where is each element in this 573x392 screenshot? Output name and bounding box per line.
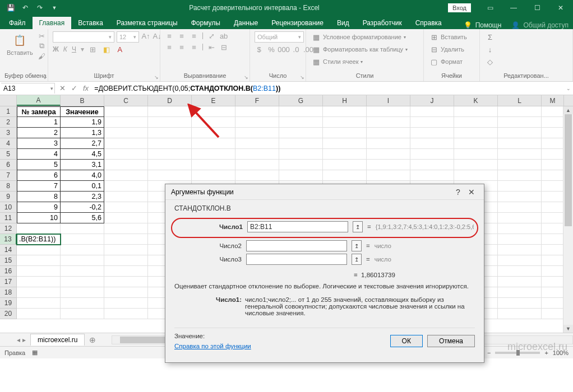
number-format-dropdown[interactable]: Общий▾ <box>255 31 304 43</box>
formula-expand-icon[interactable]: ⌄ <box>566 86 571 91</box>
row-header[interactable]: 19 <box>0 298 17 309</box>
col-header-C[interactable]: C <box>104 95 148 106</box>
cell[interactable] <box>104 117 148 128</box>
clipboard-launcher-icon[interactable]: ↘ <box>42 74 47 80</box>
cell[interactable]: 2 <box>17 128 61 138</box>
zoom-level[interactable]: 100% <box>553 349 569 356</box>
tab-review[interactable]: Рецензирование <box>265 17 330 29</box>
clear-button[interactable]: ◇ <box>484 56 496 67</box>
row-header[interactable]: 11 <box>0 213 17 223</box>
cell[interactable] <box>279 170 323 181</box>
cell[interactable]: 1,3 <box>61 128 104 138</box>
cell[interactable] <box>104 170 148 181</box>
tell-me-label[interactable]: Помощн <box>475 21 502 29</box>
qat-customize-icon[interactable]: ▼ <box>48 2 61 14</box>
row-header[interactable]: 4 <box>0 138 17 149</box>
cell[interactable] <box>367 149 410 160</box>
cell[interactable] <box>367 117 410 128</box>
row-header[interactable]: 9 <box>0 192 17 202</box>
cell[interactable] <box>542 277 564 287</box>
cell[interactable] <box>498 138 542 149</box>
cell[interactable] <box>104 309 148 319</box>
tell-me-icon[interactable]: 💡 <box>464 21 472 29</box>
currency-icon[interactable]: $ <box>255 45 264 54</box>
cell-styles-button[interactable]: ▦Стили ячеек▾ <box>311 56 409 67</box>
cell[interactable] <box>104 266 148 277</box>
cell[interactable] <box>104 138 148 149</box>
sheet-nav-prev-icon[interactable]: ◂ <box>17 336 20 344</box>
enter-formula-icon[interactable]: ✓ <box>71 84 77 92</box>
col-header-E[interactable]: E <box>192 95 235 106</box>
cell[interactable] <box>61 234 104 245</box>
col-header-D[interactable]: D <box>148 95 192 106</box>
tab-home[interactable]: Главная <box>33 17 72 29</box>
redo-icon[interactable]: ↷ <box>34 2 46 14</box>
cell[interactable] <box>61 255 104 266</box>
cell[interactable] <box>235 149 279 160</box>
cell[interactable]: 4 <box>17 149 61 160</box>
cell[interactable] <box>454 170 498 181</box>
conditional-format-button[interactable]: ▦Условное форматирование▾ <box>311 31 409 43</box>
zoom-slider[interactable] <box>495 352 540 354</box>
cell[interactable] <box>542 255 564 266</box>
cell[interactable] <box>235 170 279 181</box>
cell[interactable]: -0,2 <box>61 202 104 213</box>
cell[interactable] <box>235 117 279 128</box>
cell[interactable] <box>61 309 104 319</box>
cell[interactable] <box>192 128 235 138</box>
align-right-icon[interactable]: ≡ <box>190 43 198 52</box>
col-header-F[interactable]: F <box>235 95 279 106</box>
cell[interactable] <box>104 128 148 138</box>
cell[interactable] <box>323 106 367 117</box>
row-header[interactable]: 6 <box>0 160 17 170</box>
cell[interactable] <box>542 245 564 255</box>
cell[interactable] <box>235 138 279 149</box>
sheet-tab[interactable]: microexcel.ru <box>30 334 85 346</box>
save-icon[interactable]: 💾 <box>4 2 17 14</box>
cell[interactable] <box>148 170 192 181</box>
orientation-icon[interactable]: ⤢ <box>207 31 216 40</box>
cell[interactable]: 1,9 <box>61 117 104 128</box>
cell[interactable] <box>410 138 454 149</box>
cell[interactable] <box>367 160 410 170</box>
cell[interactable] <box>454 117 498 128</box>
cell[interactable] <box>104 234 148 245</box>
cell[interactable]: 5,6 <box>61 213 104 223</box>
select-all-corner[interactable] <box>0 95 17 106</box>
close-icon[interactable]: ✕ <box>549 0 572 16</box>
cell[interactable] <box>498 223 542 234</box>
wrap-text-icon[interactable]: ab <box>219 31 228 40</box>
cell[interactable] <box>104 287 148 298</box>
cut-icon[interactable]: ✂ <box>38 31 47 40</box>
arg1-input[interactable]: B2:B11 <box>247 221 348 232</box>
indent-dec-icon[interactable]: ⇤ <box>207 43 216 52</box>
tab-data[interactable]: Данные <box>227 17 265 29</box>
cell[interactable] <box>17 255 61 266</box>
cell[interactable] <box>148 128 192 138</box>
ribbon-options-icon[interactable]: ▭ <box>479 0 501 16</box>
tab-file[interactable]: Файл <box>2 17 33 29</box>
cell[interactable] <box>498 287 542 298</box>
macro-record-icon[interactable]: ▦ <box>32 349 38 356</box>
italic-button[interactable]: К <box>63 45 67 53</box>
cell[interactable] <box>279 138 323 149</box>
cell[interactable] <box>542 202 564 213</box>
cell[interactable] <box>454 138 498 149</box>
cell[interactable]: 2,7 <box>61 138 104 149</box>
cell[interactable] <box>498 266 542 277</box>
cell[interactable]: 4,0 <box>61 170 104 181</box>
cell[interactable] <box>104 149 148 160</box>
cell[interactable]: 3,1 <box>61 160 104 170</box>
cell[interactable] <box>542 298 564 309</box>
arg3-ref-icon[interactable]: ↥ <box>352 254 362 265</box>
copy-icon[interactable]: ⧉ <box>38 41 47 50</box>
namebox-dropdown-icon[interactable]: ▾ <box>50 86 53 91</box>
row-header[interactable]: 7 <box>0 170 17 181</box>
cell[interactable]: Значение <box>61 106 104 117</box>
align-middle-icon[interactable]: ≡ <box>177 31 186 40</box>
cell[interactable] <box>323 149 367 160</box>
row-header[interactable]: 13 <box>0 234 17 245</box>
tab-view[interactable]: Вид <box>330 17 356 29</box>
cell[interactable]: 1 <box>17 117 61 128</box>
cell[interactable] <box>192 106 235 117</box>
